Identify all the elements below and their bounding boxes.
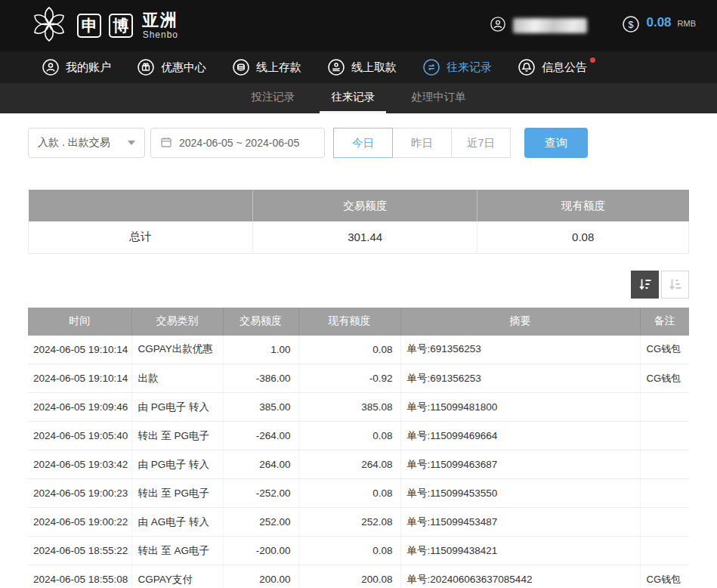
nav-label: 线上取款 [351,60,397,75]
type-cell: 转出 至 PG电子 [131,479,223,508]
tab-processing-orders[interactable]: 处理中订单 [400,83,477,113]
remark-cell [640,422,689,450]
balance-display: $ 0.08 RMB [622,15,696,36]
table-row: 2024-06-05 19:03:42 由 PG电子 转入 264.00 264… [28,450,689,479]
svg-text:$: $ [629,20,634,30]
nav-item-my-account[interactable]: 我的账户 [29,51,124,83]
gift-icon [137,58,155,76]
type-cell: 转出 至 AG电子 [131,537,223,565]
calendar-icon [160,136,172,150]
col-header-balance: 现有额度 [298,308,400,336]
amount-cell: 264.00 [223,450,298,479]
amount-cell: 1.00 [223,336,298,364]
quick-btn-yesterday[interactable]: 昨日 [392,128,452,158]
balance-cell: 264.08 [298,450,400,479]
main-navigation: 我的账户 优惠中心 线上存款 [0,51,717,83]
summary-cell: 单号:202406063637085442 [400,565,640,588]
summary-cell: 单号:115099481800 [400,393,640,422]
table-row: 2024-06-05 19:00:23 转出 至 PG电子 -252.00 0.… [28,479,689,508]
time-cell: 2024-06-05 19:00:23 [28,479,131,508]
balance-cell: 0.08 [298,537,400,565]
amount-cell: 252.00 [223,508,298,537]
user-icon [490,16,506,36]
search-button[interactable]: 查询 [524,128,588,158]
amount-cell: -252.00 [223,479,298,508]
nav-label: 线上存款 [256,60,301,75]
date-range-value: 2024-06-05 ~ 2024-06-05 [179,137,299,149]
type-cell: 由 AG电子 转入 [131,508,223,537]
chevron-down-icon [128,141,135,145]
col-header-time: 时间 [28,308,131,336]
nav-label: 往来记录 [447,60,492,75]
records-body: 2024-06-05 19:10:14 CGPAY出款优惠 1.00 0.08 … [28,336,689,588]
nav-item-online-withdrawal[interactable]: 线上取款 [314,51,409,83]
sort-ascending-button[interactable] [661,271,689,299]
account-icon [42,58,60,76]
quick-btn-today[interactable]: 今日 [333,128,393,158]
table-row: 2024-06-05 19:09:46 由 PG电子 转入 385.00 385… [28,393,689,422]
top-bar: 申 博 亚洲 Shenbo $ 0.08 [0,0,717,51]
balance-cell: 252.08 [298,508,400,537]
balance-cell: 0.08 [298,479,400,508]
records-table: 时间 交易类别 交易额度 现有额度 摘要 备注 2024-06-05 19:10… [28,308,689,588]
col-header-type: 交易类别 [131,308,223,336]
summary-total-label: 总计 [29,221,253,253]
type-cell: 由 PG电子 转入 [131,393,223,422]
balance-cell: 200.08 [298,565,400,588]
remark-cell [640,393,689,422]
summary-header-transaction: 交易额度 [253,190,477,221]
balance-cell: 0.08 [298,422,400,450]
summary-header-empty [29,190,253,221]
amount-cell: -386.00 [223,364,298,393]
time-cell: 2024-06-05 18:55:22 [28,537,131,565]
amount-cell: 200.00 [223,565,298,588]
filter-bar: 入款 . 出款交易 2024-06-05 ~ 2024-06-05 今日 昨日 … [0,113,717,172]
hand-coin-icon [327,58,345,76]
user-account-chip[interactable] [490,16,587,36]
date-range-input[interactable]: 2024-06-05 ~ 2024-06-05 [150,128,325,158]
table-row: 2024-06-05 19:05:40 转出 至 PG电子 -264.00 0.… [28,422,689,450]
nav-label: 信息公告 [542,60,587,75]
logo-char-box-1: 申 [77,14,101,38]
remark-cell: CG钱包 [640,364,689,393]
transfer-arrows-icon [422,58,440,76]
transaction-type-select[interactable]: 入款 . 出款交易 [28,128,145,158]
sort-controls [28,271,689,299]
time-cell: 2024-06-05 19:00:22 [28,508,131,537]
time-cell: 2024-06-05 18:55:08 [28,565,131,588]
nav-label: 优惠中心 [161,60,206,75]
logo-region-text: 亚洲 [142,11,178,29]
tab-bet-records[interactable]: 投注记录 [240,83,306,113]
tab-transaction-records[interactable]: 往来记录 [320,83,386,113]
dollar-icon: $ [622,15,640,36]
nav-item-promo-center[interactable]: 优惠中心 [124,51,219,83]
amount-cell: -200.00 [223,537,298,565]
sort-descending-button[interactable] [631,271,659,299]
amount-cell: 385.00 [223,393,298,422]
logo-subtitle: Shenbo [143,29,178,40]
summary-cell: 单号:115099453487 [400,508,640,537]
col-header-amount: 交易额度 [223,308,298,336]
nav-item-online-deposit[interactable]: 线上存款 [219,51,314,83]
flower-logo-icon [29,4,70,48]
remark-cell [640,450,689,479]
remark-cell: CG钱包 [640,565,689,588]
site-logo[interactable]: 申 博 亚洲 Shenbo [29,4,178,48]
summary-cell: 单号:115099469664 [400,422,640,450]
nav-item-transaction-records[interactable]: 往来记录 [409,51,505,83]
time-cell: 2024-06-05 19:03:42 [28,450,131,479]
col-header-summary: 摘要 [400,308,640,336]
table-row: 2024-06-05 18:55:08 CGPAY支付 200.00 200.0… [28,565,689,588]
summary-cell: 单号:115099463687 [400,450,640,479]
summary-cell: 单号:115099453550 [400,479,640,508]
balance-amount: 0.08 [646,15,671,30]
transaction-type-value: 入款 . 出款交易 [38,136,110,150]
nav-item-announcements[interactable]: 信息公告 [505,51,600,83]
remark-cell [640,479,689,508]
quick-btn-last7days[interactable]: 近7日 [451,128,511,158]
logo-char-box-2: 博 [109,14,133,38]
type-cell: CGPAY支付 [131,565,223,588]
amount-cell: -264.00 [223,422,298,450]
quick-date-group: 今日 昨日 近7日 [333,128,511,158]
type-cell: 转出 至 PG电子 [131,422,223,450]
